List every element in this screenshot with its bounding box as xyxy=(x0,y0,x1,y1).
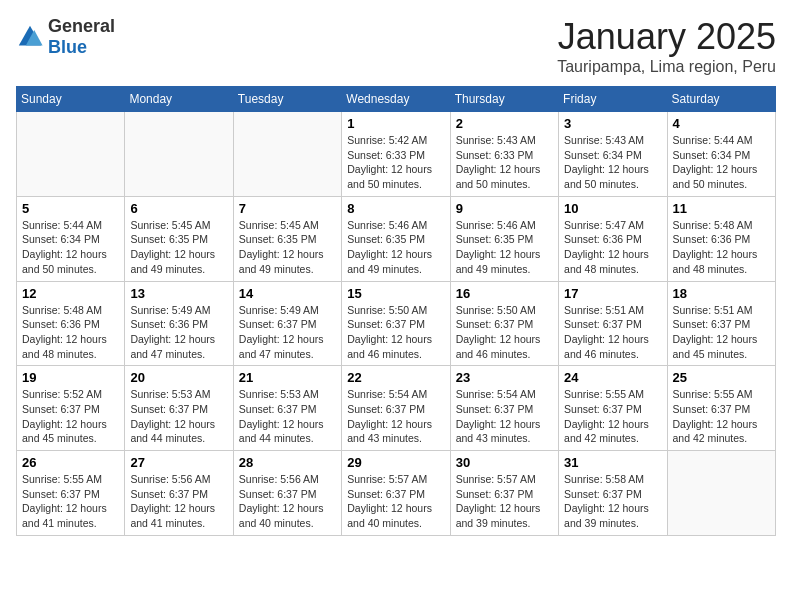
calendar-week-row: 1Sunrise: 5:42 AM Sunset: 6:33 PM Daylig… xyxy=(17,112,776,197)
day-info: Sunrise: 5:44 AM Sunset: 6:34 PM Dayligh… xyxy=(673,133,770,192)
calendar-day-cell: 6Sunrise: 5:45 AM Sunset: 6:35 PM Daylig… xyxy=(125,196,233,281)
calendar-day-cell xyxy=(233,112,341,197)
calendar-day-cell: 1Sunrise: 5:42 AM Sunset: 6:33 PM Daylig… xyxy=(342,112,450,197)
day-number: 12 xyxy=(22,286,119,301)
day-number: 22 xyxy=(347,370,444,385)
weekday-header-cell: Tuesday xyxy=(233,87,341,112)
calendar-day-cell: 13Sunrise: 5:49 AM Sunset: 6:36 PM Dayli… xyxy=(125,281,233,366)
calendar-week-row: 19Sunrise: 5:52 AM Sunset: 6:37 PM Dayli… xyxy=(17,366,776,451)
calendar-day-cell: 8Sunrise: 5:46 AM Sunset: 6:35 PM Daylig… xyxy=(342,196,450,281)
day-info: Sunrise: 5:46 AM Sunset: 6:35 PM Dayligh… xyxy=(456,218,553,277)
calendar-day-cell: 21Sunrise: 5:53 AM Sunset: 6:37 PM Dayli… xyxy=(233,366,341,451)
day-number: 9 xyxy=(456,201,553,216)
day-number: 20 xyxy=(130,370,227,385)
weekday-header-cell: Wednesday xyxy=(342,87,450,112)
page-header: General Blue January 2025 Tauripampa, Li… xyxy=(16,16,776,76)
day-info: Sunrise: 5:45 AM Sunset: 6:35 PM Dayligh… xyxy=(130,218,227,277)
day-number: 3 xyxy=(564,116,661,131)
calendar-day-cell: 14Sunrise: 5:49 AM Sunset: 6:37 PM Dayli… xyxy=(233,281,341,366)
day-number: 10 xyxy=(564,201,661,216)
day-number: 25 xyxy=(673,370,770,385)
day-info: Sunrise: 5:54 AM Sunset: 6:37 PM Dayligh… xyxy=(456,387,553,446)
day-info: Sunrise: 5:44 AM Sunset: 6:34 PM Dayligh… xyxy=(22,218,119,277)
calendar-day-cell: 31Sunrise: 5:58 AM Sunset: 6:37 PM Dayli… xyxy=(559,451,667,536)
calendar-day-cell: 9Sunrise: 5:46 AM Sunset: 6:35 PM Daylig… xyxy=(450,196,558,281)
day-info: Sunrise: 5:50 AM Sunset: 6:37 PM Dayligh… xyxy=(456,303,553,362)
day-info: Sunrise: 5:55 AM Sunset: 6:37 PM Dayligh… xyxy=(22,472,119,531)
calendar-day-cell: 18Sunrise: 5:51 AM Sunset: 6:37 PM Dayli… xyxy=(667,281,775,366)
day-info: Sunrise: 5:42 AM Sunset: 6:33 PM Dayligh… xyxy=(347,133,444,192)
day-info: Sunrise: 5:55 AM Sunset: 6:37 PM Dayligh… xyxy=(564,387,661,446)
day-number: 31 xyxy=(564,455,661,470)
day-number: 29 xyxy=(347,455,444,470)
weekday-header-cell: Sunday xyxy=(17,87,125,112)
day-number: 21 xyxy=(239,370,336,385)
calendar-day-cell: 20Sunrise: 5:53 AM Sunset: 6:37 PM Dayli… xyxy=(125,366,233,451)
day-number: 15 xyxy=(347,286,444,301)
weekday-header-cell: Monday xyxy=(125,87,233,112)
day-number: 11 xyxy=(673,201,770,216)
day-info: Sunrise: 5:51 AM Sunset: 6:37 PM Dayligh… xyxy=(673,303,770,362)
calendar-week-row: 26Sunrise: 5:55 AM Sunset: 6:37 PM Dayli… xyxy=(17,451,776,536)
day-number: 18 xyxy=(673,286,770,301)
logo-icon xyxy=(16,23,44,51)
day-info: Sunrise: 5:48 AM Sunset: 6:36 PM Dayligh… xyxy=(22,303,119,362)
calendar-day-cell: 4Sunrise: 5:44 AM Sunset: 6:34 PM Daylig… xyxy=(667,112,775,197)
day-number: 26 xyxy=(22,455,119,470)
day-number: 1 xyxy=(347,116,444,131)
calendar-body: 1Sunrise: 5:42 AM Sunset: 6:33 PM Daylig… xyxy=(17,112,776,536)
day-number: 5 xyxy=(22,201,119,216)
calendar-day-cell: 12Sunrise: 5:48 AM Sunset: 6:36 PM Dayli… xyxy=(17,281,125,366)
day-info: Sunrise: 5:53 AM Sunset: 6:37 PM Dayligh… xyxy=(130,387,227,446)
day-info: Sunrise: 5:45 AM Sunset: 6:35 PM Dayligh… xyxy=(239,218,336,277)
month-title: January 2025 xyxy=(557,16,776,58)
day-number: 2 xyxy=(456,116,553,131)
calendar-day-cell: 30Sunrise: 5:57 AM Sunset: 6:37 PM Dayli… xyxy=(450,451,558,536)
day-info: Sunrise: 5:55 AM Sunset: 6:37 PM Dayligh… xyxy=(673,387,770,446)
calendar-day-cell: 17Sunrise: 5:51 AM Sunset: 6:37 PM Dayli… xyxy=(559,281,667,366)
calendar-day-cell: 11Sunrise: 5:48 AM Sunset: 6:36 PM Dayli… xyxy=(667,196,775,281)
day-number: 27 xyxy=(130,455,227,470)
day-info: Sunrise: 5:43 AM Sunset: 6:34 PM Dayligh… xyxy=(564,133,661,192)
calendar-day-cell: 10Sunrise: 5:47 AM Sunset: 6:36 PM Dayli… xyxy=(559,196,667,281)
logo-blue: Blue xyxy=(48,37,87,57)
day-number: 30 xyxy=(456,455,553,470)
day-info: Sunrise: 5:47 AM Sunset: 6:36 PM Dayligh… xyxy=(564,218,661,277)
day-info: Sunrise: 5:57 AM Sunset: 6:37 PM Dayligh… xyxy=(347,472,444,531)
day-info: Sunrise: 5:51 AM Sunset: 6:37 PM Dayligh… xyxy=(564,303,661,362)
logo-general: General xyxy=(48,16,115,36)
day-number: 28 xyxy=(239,455,336,470)
calendar-day-cell: 16Sunrise: 5:50 AM Sunset: 6:37 PM Dayli… xyxy=(450,281,558,366)
day-info: Sunrise: 5:50 AM Sunset: 6:37 PM Dayligh… xyxy=(347,303,444,362)
calendar-day-cell: 5Sunrise: 5:44 AM Sunset: 6:34 PM Daylig… xyxy=(17,196,125,281)
day-info: Sunrise: 5:58 AM Sunset: 6:37 PM Dayligh… xyxy=(564,472,661,531)
title-block: January 2025 Tauripampa, Lima region, Pe… xyxy=(557,16,776,76)
calendar-day-cell xyxy=(125,112,233,197)
day-info: Sunrise: 5:53 AM Sunset: 6:37 PM Dayligh… xyxy=(239,387,336,446)
day-info: Sunrise: 5:56 AM Sunset: 6:37 PM Dayligh… xyxy=(239,472,336,531)
calendar-day-cell: 2Sunrise: 5:43 AM Sunset: 6:33 PM Daylig… xyxy=(450,112,558,197)
logo: General Blue xyxy=(16,16,115,58)
day-info: Sunrise: 5:43 AM Sunset: 6:33 PM Dayligh… xyxy=(456,133,553,192)
calendar-week-row: 5Sunrise: 5:44 AM Sunset: 6:34 PM Daylig… xyxy=(17,196,776,281)
day-info: Sunrise: 5:54 AM Sunset: 6:37 PM Dayligh… xyxy=(347,387,444,446)
calendar-day-cell: 26Sunrise: 5:55 AM Sunset: 6:37 PM Dayli… xyxy=(17,451,125,536)
calendar-day-cell: 29Sunrise: 5:57 AM Sunset: 6:37 PM Dayli… xyxy=(342,451,450,536)
calendar-day-cell xyxy=(17,112,125,197)
day-info: Sunrise: 5:46 AM Sunset: 6:35 PM Dayligh… xyxy=(347,218,444,277)
weekday-header-cell: Thursday xyxy=(450,87,558,112)
calendar-day-cell: 15Sunrise: 5:50 AM Sunset: 6:37 PM Dayli… xyxy=(342,281,450,366)
day-number: 16 xyxy=(456,286,553,301)
calendar-day-cell: 22Sunrise: 5:54 AM Sunset: 6:37 PM Dayli… xyxy=(342,366,450,451)
day-info: Sunrise: 5:49 AM Sunset: 6:36 PM Dayligh… xyxy=(130,303,227,362)
day-number: 13 xyxy=(130,286,227,301)
calendar-day-cell: 3Sunrise: 5:43 AM Sunset: 6:34 PM Daylig… xyxy=(559,112,667,197)
calendar-day-cell: 27Sunrise: 5:56 AM Sunset: 6:37 PM Dayli… xyxy=(125,451,233,536)
day-number: 4 xyxy=(673,116,770,131)
calendar-day-cell: 28Sunrise: 5:56 AM Sunset: 6:37 PM Dayli… xyxy=(233,451,341,536)
weekday-header-cell: Friday xyxy=(559,87,667,112)
calendar-day-cell: 25Sunrise: 5:55 AM Sunset: 6:37 PM Dayli… xyxy=(667,366,775,451)
day-info: Sunrise: 5:52 AM Sunset: 6:37 PM Dayligh… xyxy=(22,387,119,446)
day-number: 17 xyxy=(564,286,661,301)
calendar-table: SundayMondayTuesdayWednesdayThursdayFrid… xyxy=(16,86,776,536)
